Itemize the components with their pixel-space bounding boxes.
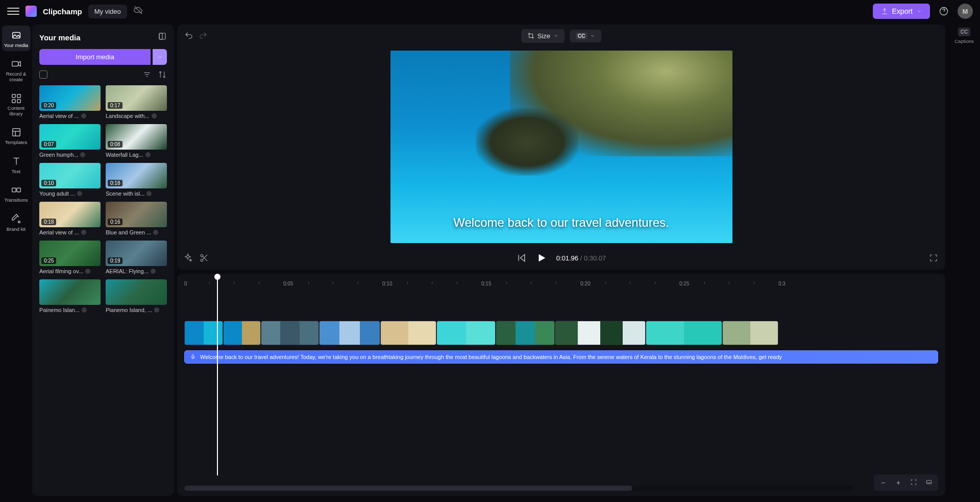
- svg-rect-6: [17, 94, 20, 98]
- svg-rect-12: [12, 188, 15, 192]
- media-clip[interactable]: 0:18Scene with isl...: [106, 163, 167, 197]
- scissors-icon[interactable]: [200, 253, 209, 262]
- ruler-mark: 0:15: [481, 281, 491, 286]
- check-icon: [151, 269, 156, 274]
- check-icon: [80, 152, 85, 157]
- panel-expand-icon[interactable]: [158, 32, 167, 43]
- skip-back-button[interactable]: [517, 253, 527, 263]
- clip-title: Aerial view of ...: [39, 113, 79, 119]
- left-rail: Your mediaRecord & createContent library…: [0, 22, 32, 502]
- rail-brandkit[interactable]: Brand kit: [2, 209, 31, 235]
- svg-rect-9: [12, 129, 20, 136]
- redo-button[interactable]: [199, 31, 208, 40]
- zoom-in-button[interactable]: +: [891, 476, 905, 489]
- rail-templates[interactable]: Templates: [2, 123, 31, 148]
- timeline-clip[interactable]: [646, 321, 722, 345]
- svg-marker-26: [538, 254, 545, 262]
- svg-rect-28: [926, 480, 931, 484]
- clip-duration: 0:18: [108, 180, 122, 186]
- rail-camera[interactable]: Record & create: [2, 54, 31, 85]
- media-clip[interactable]: 0:10Young adult ...: [39, 163, 101, 197]
- size-label: Size: [537, 32, 550, 40]
- timeline-zoom-controls: − +: [874, 474, 938, 491]
- clip-duration: 0:10: [41, 180, 56, 186]
- rail-label: Templates: [5, 140, 27, 145]
- project-name[interactable]: My video: [88, 5, 127, 18]
- check-icon: [82, 307, 87, 313]
- rail-media[interactable]: Your media: [2, 26, 31, 51]
- timeline-clip[interactable]: [436, 321, 496, 345]
- sort-icon[interactable]: [158, 70, 167, 79]
- dock-button[interactable]: [922, 476, 936, 489]
- rail-label: Your media: [4, 43, 29, 48]
- import-dropdown-button[interactable]: [153, 49, 167, 65]
- svg-rect-7: [12, 100, 15, 103]
- timeline[interactable]: 00:050:100:150:200:250:3 Welcome back to…: [177, 274, 945, 496]
- media-clip[interactable]: Pianemo Island, ...: [106, 279, 167, 313]
- top-bar: Clipchamp My video Export M: [0, 0, 980, 22]
- user-avatar[interactable]: M: [958, 4, 973, 19]
- media-clip[interactable]: 0:20Aerial view of ...: [39, 85, 101, 119]
- import-media-button[interactable]: Import media: [39, 49, 151, 65]
- video-track[interactable]: [184, 321, 938, 345]
- clip-title: Landscape with...: [106, 113, 150, 119]
- media-clip[interactable]: 0:16Blue and Green ...: [106, 202, 167, 235]
- captions-button[interactable]: CC Captions: [954, 28, 974, 44]
- timeline-clip[interactable]: [496, 321, 555, 345]
- audio-track[interactable]: Welcome back to our travel adventures! T…: [184, 350, 938, 364]
- media-clip[interactable]: 0:17Landscape with...: [106, 85, 167, 119]
- zoom-out-button[interactable]: −: [876, 476, 890, 489]
- clip-title: Green humph...: [39, 152, 78, 158]
- total-time: 0:30.07: [584, 254, 606, 262]
- filter-icon[interactable]: [142, 70, 152, 79]
- media-clip[interactable]: 0:08Waterfall Lag...: [106, 124, 167, 158]
- current-time: 0:01.96: [556, 254, 578, 262]
- timeline-clip[interactable]: [380, 321, 436, 345]
- timeline-clip[interactable]: [223, 321, 261, 345]
- media-clip[interactable]: 0:07Green humph...: [39, 124, 101, 158]
- size-selector[interactable]: Size: [521, 29, 565, 43]
- svg-rect-8: [17, 100, 20, 103]
- video-frame: Welcome back to our travel adventures.: [390, 51, 732, 243]
- export-button[interactable]: Export: [873, 4, 930, 19]
- clip-duration: 0:16: [108, 219, 122, 225]
- clip-title: Waterfall Lag...: [106, 152, 143, 158]
- audio-transcript: Welcome back to our travel adventures! T…: [200, 354, 782, 360]
- media-clip[interactable]: 0:18Aerial view of ...: [39, 202, 101, 235]
- rail-text[interactable]: Text: [2, 152, 31, 177]
- media-clip[interactable]: Painemo Islan...: [39, 279, 101, 313]
- help-button[interactable]: [936, 4, 951, 19]
- rail-transitions[interactable]: Transitions: [2, 180, 31, 206]
- magic-icon[interactable]: [183, 253, 192, 262]
- svg-rect-2: [12, 33, 20, 38]
- svg-point-20: [201, 254, 203, 257]
- fit-button[interactable]: [906, 476, 921, 489]
- media-grid: 0:20Aerial view of ...0:17Landscape with…: [39, 85, 167, 313]
- right-rail: CC Captions: [948, 22, 980, 502]
- clip-duration: 0:17: [108, 102, 122, 109]
- timeline-clip[interactable]: [555, 321, 646, 345]
- select-all-checkbox[interactable]: [39, 70, 47, 79]
- fullscreen-button[interactable]: [929, 253, 938, 265]
- timeline-clip[interactable]: [319, 321, 380, 345]
- ruler-mark: 0:20: [580, 281, 590, 286]
- rail-library[interactable]: Content library: [2, 88, 31, 119]
- playhead[interactable]: [217, 275, 218, 475]
- media-clip[interactable]: 0:19AERIAL: Flying...: [106, 241, 167, 274]
- check-icon: [145, 152, 151, 157]
- timeline-scrollbar[interactable]: [184, 486, 853, 491]
- timeline-clip[interactable]: [722, 321, 778, 345]
- cc-selector[interactable]: CC: [570, 30, 601, 42]
- rail-label: Record & create: [2, 71, 31, 82]
- ruler[interactable]: 00:050:100:150:200:250:3: [184, 279, 938, 290]
- chevron-down-icon: [553, 33, 558, 38]
- app-logo: [26, 6, 37, 17]
- undo-button[interactable]: [184, 31, 193, 40]
- play-button[interactable]: [536, 252, 547, 264]
- menu-button[interactable]: [7, 5, 19, 17]
- sync-off-icon[interactable]: [133, 5, 143, 17]
- video-stage[interactable]: Welcome back to our travel adventures.: [177, 47, 945, 246]
- ruler-mark: 0:10: [382, 281, 392, 286]
- timeline-clip[interactable]: [261, 321, 319, 345]
- media-clip[interactable]: 0:25Aerial filming ov...: [39, 241, 101, 274]
